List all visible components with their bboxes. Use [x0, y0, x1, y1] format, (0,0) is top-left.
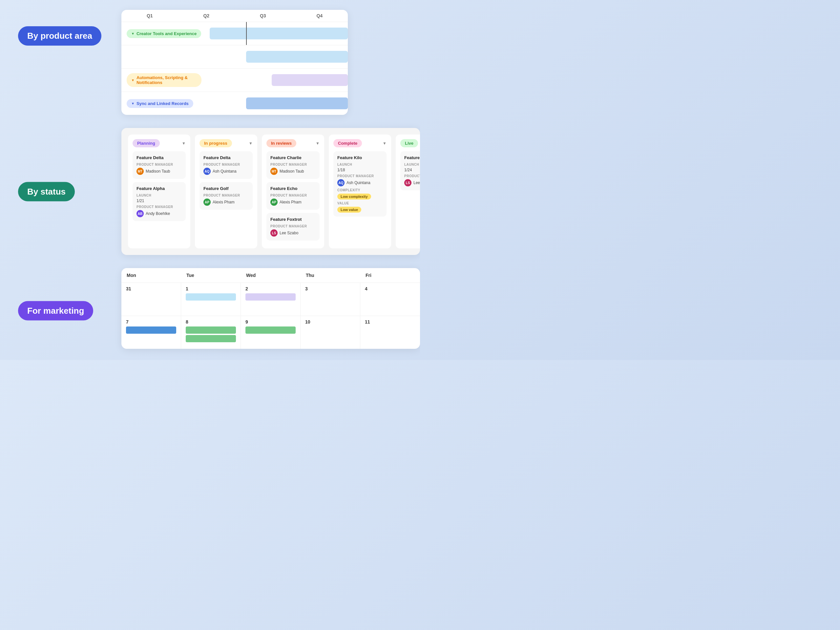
cal-cell: 2 [241, 283, 300, 316]
planning-dropdown-icon[interactable]: ▼ [182, 141, 186, 146]
value-badge: Low value [337, 207, 361, 213]
cal-date: 11 [365, 319, 415, 325]
item-title: Feature Alpha [136, 186, 182, 191]
kanban-item[interactable]: Feature Kilo LAUNCH 1/18 PRODUCT MANAGER… [333, 151, 387, 216]
kanban-item[interactable]: Feature Echo PRODUCT MANAGER AP Alexis P… [267, 182, 320, 210]
chevron-icon: ▼ [131, 79, 134, 82]
gantt-row-sync: ▼ Sync and Linked Records [122, 92, 348, 115]
cal-date: 4 [365, 286, 415, 291]
avatar-row: LS Lee Szabo [404, 179, 420, 186]
kanban-item[interactable]: Feature Juliett LAUNCH 1/24 PRODUCT MANA… [400, 151, 420, 190]
gantt-label-automations: ▼ Automations, Scripting & Notifications [122, 69, 207, 92]
meta-value: Ash Quintana [346, 180, 371, 185]
cal-header-thu: Thu [300, 268, 360, 283]
sync-pill[interactable]: ▼ Sync and Linked Records [127, 99, 193, 108]
automations-pill[interactable]: ▼ Automations, Scripting & Notifications [127, 73, 202, 87]
meta-value: Madison Taub [146, 169, 170, 174]
meta-value: 1/18 [337, 168, 382, 172]
gantt-label-sync: ▼ Sync and Linked Records [122, 95, 207, 112]
kanban-item[interactable]: Feature Charlie PRODUCT MANAGER MT Madis… [267, 151, 320, 179]
gantt-bar-area-4 [207, 92, 348, 115]
cal-date: 8 [186, 319, 236, 325]
item-title: Feature Charlie [270, 155, 316, 160]
item-title: Feature Juliett [404, 155, 420, 160]
item-title: Feature Echo [270, 186, 316, 191]
avatar-row: AP Alexis Pham [270, 199, 316, 206]
in-progress-header: In progress ▼ [199, 139, 253, 147]
calendar-week-1: 31 1 2 3 4 [122, 283, 420, 316]
chevron-icon: ▼ [131, 32, 134, 35]
kanban-item[interactable]: Feature Golf PRODUCT MANAGER AP Alexis P… [199, 182, 253, 210]
in-progress-dropdown-icon[interactable]: ▼ [249, 141, 253, 146]
gantt-q2: Q2 [178, 13, 235, 18]
kanban-board: Planning ▼ Feature Delta PRODUCT MANAGER… [122, 128, 420, 255]
calendar-event [186, 335, 236, 342]
complete-header: Complete ▼ [333, 139, 387, 147]
cal-header-fri: Fri [360, 268, 420, 283]
for-marketing-label: For marketing [18, 301, 93, 321]
gantt-bar-area-1 [207, 22, 348, 45]
calendar-header: Mon Tue Wed Thu Fri [122, 268, 420, 283]
meta-value: 1/21 [136, 199, 182, 203]
item-title: Feature Golf [204, 186, 249, 191]
complete-badge: Complete [333, 139, 362, 147]
meta-label: PRODUCT MANAGER [404, 174, 420, 178]
calendar-event [245, 327, 296, 334]
cal-date: 31 [126, 286, 176, 291]
avatar: MT [136, 168, 144, 175]
cal-date: 1 [186, 286, 236, 291]
complexity-badge: Low complexity [337, 194, 371, 199]
cal-cell: 7 [122, 316, 181, 349]
gantt-bar-area-3 [207, 69, 348, 92]
in-reviews-badge: In reviews [267, 139, 296, 147]
item-title: Feature Kilo [337, 155, 382, 160]
kanban-item[interactable]: Feature Delta PRODUCT MANAGER AQ Ash Qui… [199, 151, 253, 179]
kanban-item[interactable]: Feature Alpha LAUNCH 1/21 PRODUCT MANAGE… [133, 182, 186, 221]
creator-tools-pill[interactable]: ▼ Creator Tools and Experience [127, 29, 201, 38]
kanban-column-planning: Planning ▼ Feature Delta PRODUCT MANAGER… [128, 134, 190, 248]
avatar: AP [204, 199, 211, 206]
cal-date: 10 [305, 319, 355, 325]
gantt-q4: Q4 [291, 13, 348, 18]
avatar: AB [136, 210, 144, 217]
in-progress-badge: In progress [199, 139, 232, 147]
cal-cell: 9 [241, 316, 300, 349]
complete-dropdown-icon[interactable]: ▼ [382, 141, 387, 146]
section-for-marketing: For marketing Mon Tue Wed Thu Fri 31 1 2 [0, 262, 420, 360]
cal-cell: 11 [360, 316, 420, 349]
calendar-event [186, 293, 236, 300]
meta-label: PRODUCT MANAGER [270, 224, 316, 228]
meta-label: LAUNCH [136, 194, 182, 197]
gantt-row-automations: ▼ Automations, Scripting & Notifications [122, 69, 348, 92]
avatar-row: AP Alexis Pham [204, 199, 249, 206]
avatar-row: MT Madison Taub [270, 168, 316, 175]
avatar: AP [270, 199, 278, 206]
meta-label: PRODUCT MANAGER [337, 174, 382, 178]
meta-label: LAUNCH [337, 163, 382, 166]
kanban-column-in-progress: In progress ▼ Feature Delta PRODUCT MANA… [195, 134, 257, 248]
meta-label: PRODUCT MANAGER [270, 163, 316, 166]
kanban-item[interactable]: Feature Foxtrot PRODUCT MANAGER LS Lee S… [267, 213, 320, 240]
meta-value: Alexis Pham [213, 200, 235, 204]
meta-value: Lee Szabo [279, 231, 298, 235]
avatar: MT [270, 168, 278, 175]
cal-date: 3 [305, 286, 355, 291]
cal-date: 9 [245, 319, 296, 325]
section-by-status: By status Planning ▼ Feature Delta PRODU… [0, 122, 420, 262]
in-reviews-dropdown-icon[interactable]: ▼ [316, 141, 320, 146]
item-title: Feature Delta [136, 155, 182, 160]
gantt-label-creator-tools: ▼ Creator Tools and Experience [122, 25, 207, 43]
meta-value: Andy Boehlke [146, 211, 170, 216]
kanban-item[interactable]: Feature Delta PRODUCT MANAGER MT Madison… [133, 151, 186, 179]
in-reviews-header: In reviews ▼ [267, 139, 320, 147]
item-title: Feature Foxtrot [270, 217, 316, 222]
cal-cell: 4 [360, 283, 420, 316]
gantt-card: Q1 Q2 Q3 Q4 ▼ Creator Tools and Experien… [122, 10, 348, 115]
meta-label: PRODUCT MANAGER [204, 194, 249, 197]
avatar-row: MT Madison Taub [136, 168, 182, 175]
meta-label: PRODUCT MANAGER [204, 163, 249, 166]
avatar-row: AQ Ash Quintana [337, 179, 382, 186]
avatar-row: AB Andy Boehlke [136, 210, 182, 217]
avatar: LS [270, 229, 278, 237]
item-title: Feature Delta [204, 155, 249, 160]
